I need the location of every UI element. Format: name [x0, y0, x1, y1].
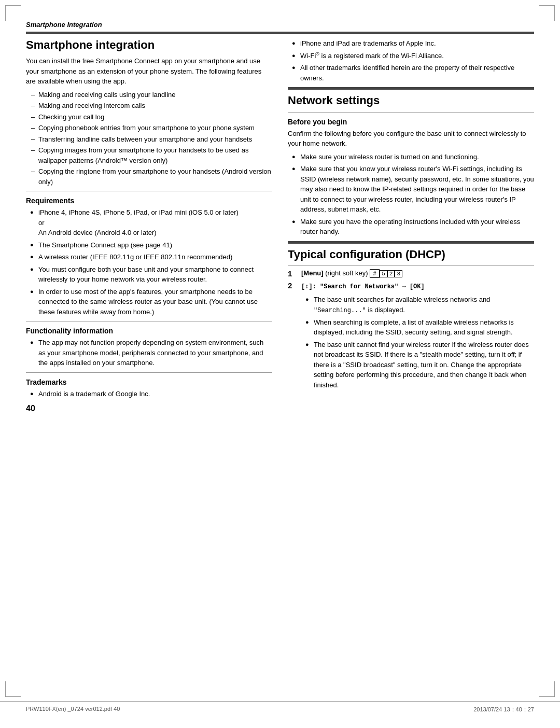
dhcp-top-divider	[288, 241, 534, 244]
before-item: Make sure you have the operating instruc…	[292, 217, 534, 237]
req-item: iPhone 4, iPhone 4S, iPhone 5, iPad, or …	[30, 207, 272, 238]
page-header: Smartphone Integration	[26, 21, 534, 29]
step-1-content: [Menu] (right soft key) ＃523	[301, 269, 534, 278]
step-2-content: [↕]: "Search for Networks" → [OK] The ba…	[301, 281, 534, 394]
smartphone-integration-title: Smartphone integration	[26, 38, 272, 52]
req-item: The Smartphone Connect app (see page 41)	[30, 240, 272, 250]
req-item: You must configure both your base unit a…	[30, 264, 272, 285]
trademarks-list: Android is a trademark of Google Inc.	[26, 389, 272, 399]
right-column: iPhone and iPad are trademarks of Apple …	[288, 38, 534, 413]
divider-requirements	[26, 191, 272, 191]
features-list: Making and receiving calls using your la…	[26, 90, 272, 187]
page-footer: PRW110FX(en) _0724 ver012.pdf 40 2013/07…	[0, 701, 560, 718]
trademark-item: iPhone and iPad are trademarks of Apple …	[292, 38, 534, 49]
step-2-subitem: The base unit searches for available wir…	[305, 295, 534, 315]
before-you-begin-intro: Confirm the following before you configu…	[288, 129, 534, 149]
req-item: In order to use most of the app's featur…	[30, 287, 272, 317]
step-2-row: 2 [↕]: "Search for Networks" → [OK] The …	[288, 281, 534, 394]
step-2-number: 2	[288, 281, 297, 290]
requirements-list: iPhone 4, iPhone 4S, iPhone 5, iPad, or …	[26, 207, 272, 317]
step-1-text: [Menu] (right soft key) ＃523	[301, 269, 402, 277]
step-2-subitems: The base unit searches for available wir…	[301, 295, 534, 390]
feature-item: Copying images from your smartphone to y…	[31, 145, 272, 165]
footer-left: PRW110FX(en) _0724 ver012.pdf 40	[26, 706, 120, 713]
step-2-text: [↕]: "Search for Networks" → [OK]	[301, 281, 534, 291]
trademarks-continued-list: iPhone and iPad are trademarks of Apple …	[288, 38, 534, 83]
corner-mark-tr	[539, 5, 555, 21]
trademark-item: Android is a trademark of Google Inc.	[30, 389, 272, 399]
trademark-item: All other trademarks identified herein a…	[292, 63, 534, 83]
dhcp-title: Typical configuration (DHCP)	[288, 248, 534, 261]
corner-mark-br	[539, 681, 555, 697]
functionality-list: The app may not function properly depend…	[26, 338, 272, 368]
trademarks-title: Trademarks	[26, 378, 272, 386]
divider-trademarks	[26, 372, 272, 373]
feature-item: Making and receiving intercom calls	[31, 101, 272, 111]
step-2-subitem: When searching is complete, a list of av…	[305, 317, 534, 338]
before-begin-list: Make sure your wireless router is turned…	[288, 152, 534, 237]
feature-item: Checking your call log	[31, 112, 272, 122]
corner-mark-tl	[5, 5, 21, 21]
page-container: Smartphone Integration Smartphone integr…	[0, 0, 560, 728]
corner-mark-bl	[5, 681, 21, 697]
feature-item: Transferring landline calls between your…	[31, 134, 272, 145]
before-item: Make sure that you know your wireless ro…	[292, 164, 534, 215]
functionality-title: Functionality information	[26, 327, 272, 335]
requirements-title: Requirements	[26, 197, 272, 205]
network-top-divider	[288, 87, 534, 90]
feature-item: Copying phonebook entries from your smar…	[31, 123, 272, 133]
req-item: A wireless router (IEEE 802.11g or IEEE …	[30, 252, 272, 262]
divider-functionality	[26, 321, 272, 321]
step-1-number: 1	[288, 269, 297, 278]
dhcp-thin-divider	[288, 265, 534, 266]
before-you-begin-title: Before you begin	[288, 118, 534, 126]
network-thin-divider	[288, 112, 534, 113]
top-divider	[26, 32, 534, 34]
feature-item: Copying the ringtone from your smartphon…	[31, 166, 272, 187]
trademark-item: Wi-Fi® is a registered mark of the Wi-Fi…	[292, 51, 534, 61]
step-1-row: 1 [Menu] (right soft key) ＃523	[288, 269, 534, 278]
before-item: Make sure your wireless router is turned…	[292, 152, 534, 162]
functionality-item: The app may not function properly depend…	[30, 338, 272, 368]
smartphone-intro: You can install the free Smartphone Conn…	[26, 56, 272, 87]
network-settings-title: Network settings	[288, 94, 534, 107]
left-column: Smartphone integration You can install t…	[26, 38, 272, 413]
step-2-subitem: The base unit cannot find your wireless …	[305, 340, 534, 390]
page-number: 40	[26, 404, 272, 413]
feature-item: Making and receiving calls using your la…	[31, 90, 272, 100]
footer-right: 2013/07/24 13：40：27	[473, 706, 534, 713]
two-column-layout: Smartphone integration You can install t…	[26, 38, 534, 413]
